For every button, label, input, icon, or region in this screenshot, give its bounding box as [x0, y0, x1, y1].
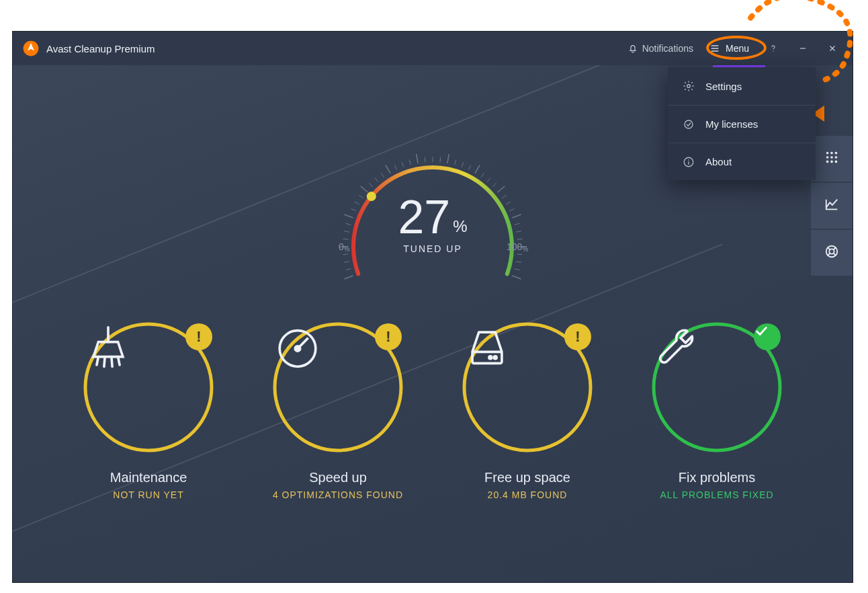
gauge-percent: %: [453, 217, 467, 235]
tile-maintenance[interactable]: ! Maintenance NOT RUN YET: [68, 321, 229, 500]
svg-line-24: [828, 247, 830, 250]
license-icon: [683, 118, 695, 130]
svg-point-15: [835, 152, 838, 155]
svg-point-85: [494, 356, 496, 359]
app-window: Avast Cleanup Premium Notifications Menu: [12, 31, 853, 583]
notifications-label: Notifications: [642, 43, 693, 54]
svg-point-19: [826, 161, 829, 163]
svg-point-18: [835, 156, 838, 159]
hamburger-icon: [709, 43, 720, 54]
svg-point-9: [685, 120, 693, 128]
close-button[interactable]: [819, 40, 846, 57]
svg-line-61: [502, 195, 507, 198]
tile-title: Speed up: [257, 470, 419, 485]
gauge-label: TUNED UP: [403, 243, 462, 254]
tile-speed-up[interactable]: ! Speed up 4 OPTIMIZATIONS FOUND: [257, 321, 419, 500]
tile-title: Maintenance: [68, 470, 229, 485]
svg-line-51: [440, 157, 441, 163]
svg-line-36: [344, 214, 353, 218]
svg-point-4: [773, 50, 773, 51]
svg-line-48: [417, 154, 418, 163]
svg-line-65: [515, 223, 520, 225]
sidebar-stats-button[interactable]: [811, 183, 853, 229]
svg-line-30: [344, 262, 349, 262]
svg-line-35: [346, 223, 351, 225]
svg-point-12: [688, 159, 689, 161]
svg-line-76: [97, 357, 98, 365]
sidebar-grid-button[interactable]: [811, 136, 853, 182]
svg-point-8: [687, 85, 691, 88]
svg-line-42: [375, 177, 378, 182]
svg-line-25: [834, 253, 836, 256]
menu-item-about[interactable]: About: [668, 143, 816, 180]
gauge-value: 27: [398, 191, 450, 243]
svg-line-39: [359, 195, 363, 198]
svg-point-86: [489, 356, 492, 359]
warning-badge-icon: !: [375, 323, 402, 350]
svg-line-59: [492, 183, 496, 187]
tile-subtitle: 4 OPTIMIZATIONS FOUND: [257, 489, 419, 500]
menu-item-licenses[interactable]: My licenses: [668, 105, 816, 143]
sidebar-support-button[interactable]: [811, 230, 853, 276]
tile-subtitle: NOT RUN YET: [68, 489, 229, 500]
svg-point-16: [826, 156, 829, 159]
app-logo-icon: [22, 40, 40, 57]
svg-line-77: [104, 357, 105, 367]
right-sidebar: [811, 136, 853, 277]
menu-item-label: My licenses: [705, 118, 758, 130]
svg-line-78: [112, 357, 112, 367]
menu-item-settings[interactable]: Settings: [668, 67, 816, 105]
svg-line-29: [346, 269, 351, 270]
svg-line-53: [455, 160, 456, 165]
svg-line-57: [481, 173, 484, 177]
check-badge-icon: [754, 323, 781, 350]
grid-icon: [824, 150, 839, 167]
svg-line-44: [386, 165, 390, 173]
svg-line-47: [409, 160, 410, 165]
tuneup-gauge: 0% 100% 27% TUNED UP: [292, 112, 574, 290]
svg-line-62: [506, 202, 511, 204]
minimize-button[interactable]: [789, 40, 816, 57]
warning-badge-icon: !: [185, 323, 212, 350]
menu-button[interactable]: Menu: [701, 39, 757, 58]
svg-line-41: [369, 183, 373, 187]
notifications-button[interactable]: Notifications: [622, 39, 699, 58]
svg-point-82: [295, 346, 300, 351]
svg-line-37: [351, 208, 356, 210]
tile-fix-problems[interactable]: Fix problems ALL PROBLEMS FIXED: [636, 321, 797, 500]
svg-line-40: [361, 186, 368, 192]
svg-line-64: [512, 214, 521, 218]
chart-icon: [824, 197, 839, 214]
svg-line-58: [487, 177, 490, 182]
svg-point-21: [835, 161, 838, 163]
svg-line-67: [517, 239, 523, 239]
tile-free-space[interactable]: ! Free up space 20.4 MB FOUND: [447, 321, 608, 500]
bell-icon: [627, 43, 638, 54]
tile-subtitle: 20.4 MB FOUND: [447, 489, 608, 500]
tile-subtitle: ALL PROBLEMS FIXED: [636, 489, 797, 500]
svg-line-56: [475, 165, 480, 173]
svg-line-46: [402, 162, 404, 167]
svg-line-66: [516, 231, 521, 232]
svg-line-71: [515, 269, 520, 270]
svg-point-17: [830, 156, 833, 159]
info-icon: [683, 156, 695, 168]
warning-badge-icon: !: [564, 323, 591, 350]
menu-label: Menu: [726, 43, 749, 54]
svg-line-45: [394, 165, 396, 170]
svg-line-34: [344, 231, 349, 232]
lifebuoy-icon: [824, 244, 839, 262]
svg-point-23: [829, 249, 834, 253]
svg-line-60: [498, 186, 505, 192]
svg-line-38: [355, 202, 359, 204]
svg-line-27: [828, 253, 830, 256]
help-button[interactable]: [760, 40, 787, 57]
svg-line-55: [468, 165, 470, 170]
svg-text:27%: 27%: [398, 191, 467, 243]
svg-line-70: [516, 262, 521, 262]
svg-point-73: [367, 192, 376, 201]
svg-point-13: [826, 152, 829, 155]
tile-title: Fix problems: [636, 470, 797, 485]
svg-line-26: [834, 247, 836, 250]
svg-line-72: [512, 276, 521, 279]
